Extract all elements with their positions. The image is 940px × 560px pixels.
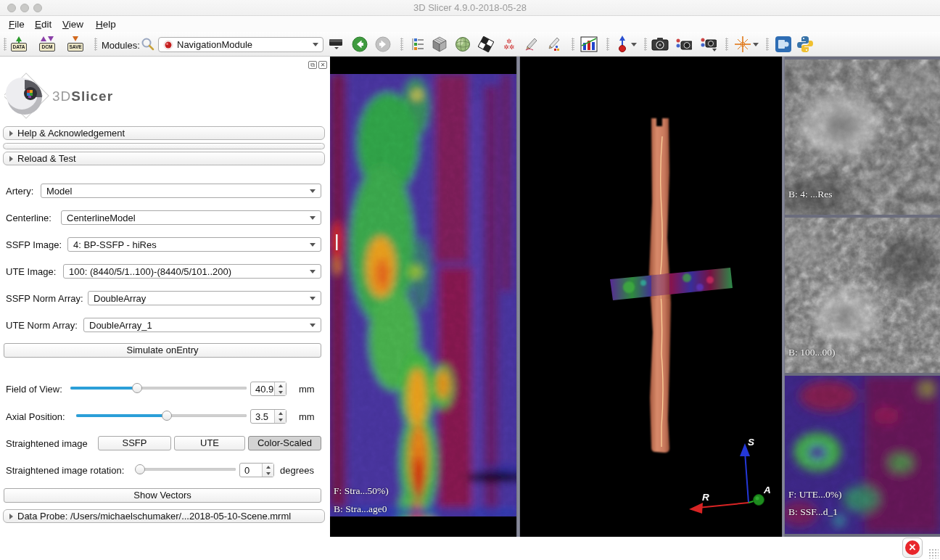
red-slice-background-label: B: 4: ...Res — [788, 189, 832, 200]
close-panel-icon[interactable]: ✕ — [318, 61, 327, 69]
axial-slider-handle[interactable] — [162, 411, 172, 421]
load-data-button[interactable]: DATA — [10, 36, 28, 53]
spin-down-icon[interactable] — [275, 416, 286, 423]
color-scaled-mode-button[interactable]: Color-Scaled — [248, 436, 321, 450]
ute-norm-array-selector[interactable]: DoubleArray_1 — [83, 318, 321, 332]
spin-down-icon[interactable] — [275, 389, 286, 395]
error-log-button[interactable]: ✕ — [902, 538, 923, 558]
module-hierarchy-button[interactable] — [409, 36, 426, 53]
ssfp-norm-array-selector[interactable]: DoubleArray — [88, 291, 321, 305]
chevron-down-icon — [631, 43, 637, 46]
screenshot-pin-dropdown[interactable] — [630, 36, 638, 53]
slice-view-yellow[interactable]: B: 100...00) — [785, 218, 940, 373]
app-window: 3D Slicer 4.9.0-2018-05-28 File Edit Vie… — [0, 0, 940, 560]
spin-down-icon[interactable] — [263, 470, 273, 477]
resize-grip[interactable] — [928, 548, 939, 559]
rotation-slider[interactable] — [136, 464, 236, 474]
plot-view-button[interactable] — [580, 36, 598, 53]
module-history-menu-button[interactable] — [328, 36, 345, 53]
menu-help[interactable]: Help — [93, 17, 119, 31]
axial-slider[interactable] — [76, 411, 247, 421]
ute-mode-button[interactable]: UTE — [174, 436, 245, 450]
rotation-unit: degrees — [280, 465, 314, 476]
ute-image-selector[interactable]: 100: (8440/5/1..100)-(8440/5/101..200) — [63, 264, 321, 279]
scene-views-restore-button[interactable] — [699, 36, 717, 53]
navigation-module-icon — [163, 40, 173, 50]
annotations-module-button[interactable] — [522, 36, 540, 53]
back-button[interactable] — [351, 36, 368, 53]
artery-selector[interactable]: Model — [41, 184, 321, 198]
slice-view-green[interactable]: F: UTE...0%) B: SSF...d_1 — [785, 376, 940, 534]
camera-icon — [651, 37, 669, 52]
collapse-arrow-icon — [9, 514, 13, 519]
fov-slider-handle[interactable] — [132, 383, 142, 393]
forward-button[interactable] — [374, 36, 392, 53]
module-search-button[interactable] — [139, 36, 157, 53]
search-icon — [141, 37, 155, 52]
straightened-image-view[interactable]: F: Stra...50%) B: Stra...age0 — [330, 57, 516, 537]
screen-capture-button[interactable] — [651, 36, 669, 53]
pin-arrow-icon — [616, 36, 629, 53]
toolbar-grip[interactable] — [572, 38, 574, 51]
spin-up-icon[interactable] — [275, 382, 286, 389]
undock-panel-icon[interactable]: ⧉ — [308, 61, 317, 69]
toolbar-grip[interactable] — [725, 38, 728, 51]
straightened-background-label: B: Stra...age0 — [334, 503, 387, 515]
toolbar-grip[interactable] — [606, 38, 609, 51]
spin-up-icon[interactable] — [263, 464, 273, 470]
screenshot-pin-button[interactable] — [614, 36, 631, 53]
fov-spinbox[interactable]: 40.9 — [250, 382, 286, 396]
chevron-down-icon — [310, 216, 316, 220]
axial-unit: mm — [299, 411, 315, 422]
module-selector[interactable]: NavigationModule — [158, 37, 323, 52]
ssfp-mode-button[interactable]: SSFP — [98, 436, 171, 450]
save-button[interactable]: SAVE — [67, 36, 84, 53]
fov-label: Field of View: — [6, 384, 62, 395]
menu-view[interactable]: View — [59, 17, 86, 31]
window-title: 3D Slicer 4.9.0-2018-05-28 — [0, 2, 940, 13]
chart-icon — [580, 36, 598, 53]
fov-slider[interactable] — [70, 383, 247, 393]
history-list-icon — [329, 37, 345, 52]
toolbar-grip[interactable] — [644, 38, 647, 51]
threed-view[interactable]: S R A — [520, 57, 782, 537]
markups-module-button[interactable]: ✲✲✲ — [500, 36, 518, 53]
green-slice-background-label: B: SSF...d_1 — [788, 506, 838, 518]
help-acknowledgement-section[interactable]: Help & Acknowledgement — [3, 126, 325, 140]
chevron-down-icon — [753, 43, 759, 46]
crosshair-dropdown[interactable] — [751, 36, 760, 53]
menu-file[interactable]: File — [6, 17, 28, 31]
main-toolbar: DATA DCM SAVE Modules: — [0, 32, 940, 57]
models-module-button[interactable] — [454, 36, 471, 53]
show-vectors-button[interactable]: Show Vectors — [4, 488, 321, 503]
rotation-spinbox[interactable]: 0 — [239, 463, 274, 477]
scene-views-capture-button[interactable] — [675, 36, 692, 53]
data-probe-section[interactable]: Data Probe: /Users/michaelschumaker/...2… — [3, 509, 325, 523]
volumes-module-button[interactable] — [431, 36, 448, 53]
simulate-onentry-button[interactable]: Simulate onEntry — [4, 343, 321, 358]
ssfp-image-selector[interactable]: 4: BP-SSFP - hiRes — [67, 237, 321, 252]
dicom-button[interactable]: DCM — [38, 36, 56, 53]
axial-spinbox[interactable]: 3.5 — [250, 409, 286, 424]
python-icon — [796, 36, 814, 53]
toolbar-grip[interactable] — [4, 38, 7, 51]
toolbar-grip[interactable] — [400, 38, 403, 51]
segment-editor-button[interactable] — [545, 36, 563, 53]
arrow-forward-icon — [375, 36, 391, 52]
extensions-manager-button[interactable] — [775, 36, 792, 53]
centerline-selector[interactable]: CenterlineModel — [61, 210, 321, 225]
reload-test-section[interactable]: Reload & Test — [3, 152, 325, 165]
transforms-module-button[interactable] — [477, 36, 495, 53]
spacer-bar — [3, 143, 325, 149]
extensions-puzzle-icon — [775, 36, 792, 53]
rotation-label: Straightened image rotation: — [6, 465, 124, 476]
menu-edit[interactable]: Edit — [32, 17, 54, 31]
spin-up-icon[interactable] — [275, 410, 286, 416]
arrow-back-icon — [352, 36, 368, 52]
rotation-slider-handle[interactable] — [135, 464, 145, 474]
toolbar-grip[interactable] — [94, 38, 97, 51]
python-console-button[interactable] — [796, 36, 814, 53]
toolbar-grip[interactable] — [766, 38, 769, 51]
crosshair-button[interactable] — [734, 36, 751, 53]
slice-view-red[interactable]: B: 4: ...Res — [785, 59, 940, 215]
